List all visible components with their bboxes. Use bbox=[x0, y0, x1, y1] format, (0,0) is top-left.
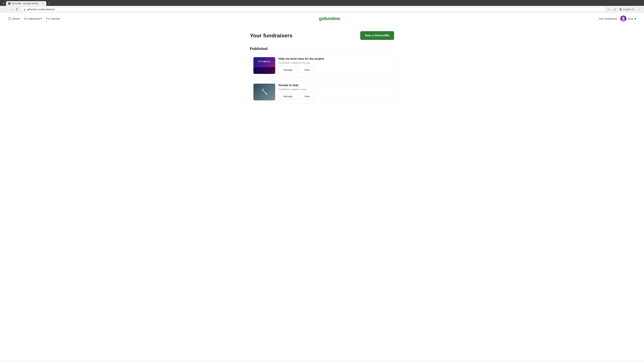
browser-menu-button[interactable]: ⋮ bbox=[636, 7, 642, 12]
svg-point-0 bbox=[8, 17, 10, 19]
back-button[interactable]: ← bbox=[2, 7, 7, 12]
page-content: Search For individuals ▾ For charities g… bbox=[0, 13, 644, 360]
browser-toolbar: ← → ↻ 🔒 gofundme.com/fundraisers ☆ ▭ 🕵 I… bbox=[0, 6, 644, 13]
new-tab-button[interactable]: + bbox=[47, 1, 52, 6]
your-fundraisers-link[interactable]: Your fundraisers bbox=[599, 17, 617, 20]
manage-button[interactable]: Manage bbox=[278, 93, 297, 99]
tab-bar: ▼ G GoFundMe - Manage fundraise... ✕ + bbox=[0, 0, 644, 6]
table-row: Help me fund raise for the project Fundr… bbox=[250, 54, 394, 77]
user-menu[interactable]: Jane ▾ bbox=[620, 15, 636, 22]
user-name: Jane bbox=[628, 17, 633, 20]
search-icon bbox=[8, 17, 11, 20]
for-charities-label: For charities bbox=[46, 17, 60, 20]
page-header: Your fundraisers Start a GoFundMe bbox=[250, 31, 394, 40]
nav-left: Search For individuals ▾ For charities bbox=[8, 17, 60, 20]
address-text: gofundme.com/fundraisers bbox=[27, 8, 603, 11]
fundraiser-title: Help me fund raise for the project bbox=[278, 57, 390, 60]
search-label: Search bbox=[12, 17, 20, 20]
svg-line-1 bbox=[10, 19, 10, 19]
avatar bbox=[620, 15, 626, 22]
published-section-title: Published bbox=[250, 46, 394, 51]
fundraiser-info: Help me fund raise for the project Fundr… bbox=[278, 57, 390, 73]
for-charities-nav-item[interactable]: For charities bbox=[46, 17, 60, 20]
table-row: Donate to help Fundraiser created 6 d ag… bbox=[250, 80, 394, 104]
browser-chrome: ▼ G GoFundMe - Manage fundraise... ✕ + ←… bbox=[0, 0, 644, 13]
tab-title: GoFundMe - Manage fundraise... bbox=[12, 2, 40, 5]
for-individuals-chevron-icon: ▾ bbox=[41, 17, 42, 20]
start-gofundme-button[interactable]: Start a GoFundMe bbox=[360, 31, 394, 40]
fundraiser-meta: Fundraiser created 6 d ago bbox=[278, 88, 390, 91]
fundraiser-actions: Manage View bbox=[278, 66, 390, 73]
tab-favicon: G bbox=[8, 2, 10, 5]
incognito-button[interactable]: 🕵 Incognito (2) bbox=[618, 7, 635, 11]
bookmark-button[interactable]: ☆ bbox=[606, 7, 611, 12]
view-button[interactable]: View bbox=[299, 93, 314, 99]
avatar-image bbox=[620, 15, 626, 22]
fundraiser-thumbnail bbox=[254, 57, 275, 74]
view-button[interactable]: View bbox=[299, 66, 314, 73]
tab-close-button[interactable]: ✕ bbox=[42, 2, 44, 5]
for-individuals-nav-item[interactable]: For individuals ▾ bbox=[24, 17, 42, 20]
fundraiser-actions: Manage View bbox=[278, 93, 390, 99]
fundraiser-thumbnail bbox=[254, 84, 275, 100]
for-individuals-label: For individuals bbox=[24, 17, 40, 20]
svg-point-3 bbox=[622, 17, 624, 19]
incognito-label: Incognito (2) bbox=[623, 8, 634, 10]
page-title: Your fundraisers bbox=[250, 32, 292, 39]
logo-text: gofundme bbox=[319, 16, 340, 21]
site-nav: Search For individuals ▾ For charities g… bbox=[0, 13, 644, 24]
user-chevron-icon: ▾ bbox=[634, 17, 636, 20]
tab-dropdown-button[interactable]: ▼ bbox=[1, 2, 5, 5]
manage-button[interactable]: Manage bbox=[278, 66, 297, 73]
sidebar-button[interactable]: ▭ bbox=[612, 7, 617, 12]
published-section: Published Help me fund raise for the pro… bbox=[250, 46, 394, 104]
search-nav-item[interactable]: Search bbox=[8, 17, 20, 20]
lock-icon: 🔒 bbox=[23, 8, 26, 11]
active-tab[interactable]: G GoFundMe - Manage fundraise... ✕ bbox=[6, 1, 46, 6]
address-bar[interactable]: 🔒 gofundme.com/fundraisers bbox=[21, 7, 605, 12]
main-content: Your fundraisers Start a GoFundMe Publis… bbox=[246, 24, 398, 113]
nav-right: Your fundraisers bbox=[599, 15, 636, 22]
toolbar-actions: ☆ ▭ 🕵 Incognito (2) ⋮ bbox=[606, 7, 642, 12]
fundraiser-info: Donate to help Fundraiser created 6 d ag… bbox=[278, 84, 390, 99]
incognito-icon: 🕵 bbox=[620, 8, 622, 10]
reload-button[interactable]: ↻ bbox=[15, 7, 19, 12]
fundraiser-title: Donate to help bbox=[278, 84, 390, 87]
fundraiser-meta: Fundraiser created 22 hrs ago bbox=[278, 61, 390, 64]
nav-logo[interactable]: gofundme bbox=[60, 16, 599, 21]
forward-button[interactable]: → bbox=[8, 7, 14, 12]
